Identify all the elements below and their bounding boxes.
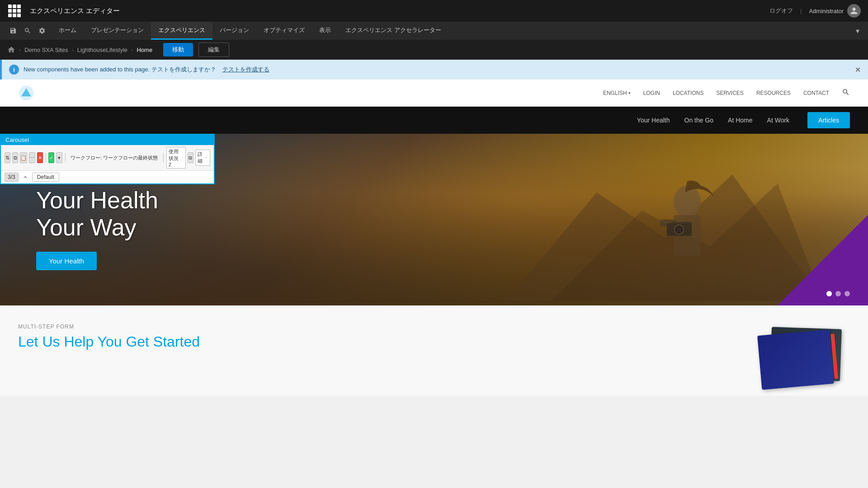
edit-button[interactable]: 編集 xyxy=(198,42,229,57)
search-icon[interactable] xyxy=(21,24,34,38)
ctrl-chevron-icon[interactable]: ▾ xyxy=(56,152,62,163)
hero-title: Your Health Your Way xyxy=(36,187,158,241)
nav-item-accelerator[interactable]: エクスペリエンス アクセラレーター xyxy=(338,22,448,40)
nav-bar: ホーム プレゼンテーション エクスペリエンス バージョン オプティマイズ 表示 … xyxy=(0,22,868,40)
nav-item-version[interactable]: バージョン xyxy=(212,22,256,40)
notebook-decoration xyxy=(714,324,850,396)
nav-locations[interactable]: LOCATIONS xyxy=(673,90,703,96)
notebook-front xyxy=(757,329,834,389)
details-dropdown[interactable]: 詳細 xyxy=(195,150,210,166)
carousel-default-btn[interactable]: Default xyxy=(32,173,59,182)
hero-triangle-decoration xyxy=(778,215,868,305)
ctrl-delete-icon[interactable]: ✕ xyxy=(37,152,43,163)
breadcrumb-lighthouse[interactable]: LighthouseLifestyle xyxy=(77,47,127,53)
nav-chevron-icon[interactable]: ▾ xyxy=(851,24,864,38)
banner-message: New components have been added to this p… xyxy=(24,66,216,74)
breadcrumb-home[interactable]: Home xyxy=(137,47,152,53)
nav-login[interactable]: LOGIN xyxy=(643,90,660,96)
nav-items: ホーム プレゼンテーション エクスペリエンス バージョン オプティマイズ 表示 … xyxy=(52,22,448,40)
articles-button[interactable]: Articles xyxy=(807,112,850,128)
ctrl-copy2-icon[interactable]: ⧉ xyxy=(188,152,193,163)
nav-at-home[interactable]: At Home xyxy=(728,117,752,124)
nav-on-the-go[interactable]: On the Go xyxy=(684,117,714,124)
banner-close-icon[interactable]: ✕ xyxy=(855,66,861,74)
breadcrumb-bar: › Demo SXA Sites › LighthouseLifestyle ›… xyxy=(0,40,868,60)
site-nav-links: ENGLISH ▾ LOGIN LOCATIONS SERVICES RESOU… xyxy=(603,88,850,98)
workflow-text: ワークフロー: ワークフローの最終状態 xyxy=(68,155,160,161)
hero-dot-1[interactable] xyxy=(826,291,832,296)
divider: | xyxy=(800,8,802,14)
nav-your-health[interactable]: Your Health xyxy=(637,117,670,124)
nav-item-experience[interactable]: エクスペリエンス xyxy=(151,22,212,40)
ctrl-paste-icon[interactable]: 📋 xyxy=(20,152,27,163)
ctrl-separator-1 xyxy=(46,153,46,162)
home-icon xyxy=(7,46,15,54)
carousel-arrow-icon xyxy=(22,174,28,180)
ctrl-separator-2 xyxy=(65,153,66,162)
banner-link[interactable]: テストを作成する xyxy=(222,66,269,74)
nav-resources[interactable]: RESOURCES xyxy=(756,90,791,96)
app-title: エクスペリエンス エディター xyxy=(30,7,120,15)
carousel-title-bar: Carousel xyxy=(1,135,214,145)
site-logo xyxy=(18,85,34,101)
site-nav: ENGLISH ▾ LOGIN LOCATIONS SERVICES RESOU… xyxy=(0,80,868,107)
top-bar: エクスペリエンス エディター ログオフ | Administrator xyxy=(0,0,868,22)
ctrl-separator-3 xyxy=(163,153,164,162)
admin-avatar xyxy=(847,4,861,18)
hero-dot-2[interactable] xyxy=(835,291,841,296)
move-button[interactable]: 移動 xyxy=(163,43,193,56)
svg-point-9 xyxy=(676,227,682,232)
carousel-container: Carousel ⇅ ⧉ 📋 ⋯ ✕ ✓ ▾ ワークフロー: ワークフローの最終… xyxy=(0,134,868,305)
info-banner: i New components have been added to this… xyxy=(0,60,868,80)
hero-dots xyxy=(826,291,850,296)
below-hero-section: Multi-Step Form Let Us Help You Get Star… xyxy=(0,305,868,396)
form-section: Multi-Step Form Let Us Help You Get Star… xyxy=(18,324,200,350)
carousel-num: 3/3 xyxy=(5,173,19,182)
ctrl-more-icon[interactable]: ⋯ xyxy=(29,152,35,163)
ctrl-check-icon[interactable]: ✓ xyxy=(48,152,54,163)
nav-english[interactable]: ENGLISH ▾ xyxy=(603,90,631,96)
nav-services[interactable]: SERVICES xyxy=(716,90,743,96)
save-icon[interactable] xyxy=(6,24,20,38)
nav-icons xyxy=(4,22,52,40)
ctrl-copy-icon[interactable]: ⧉ xyxy=(12,152,18,163)
nav-item-presentation[interactable]: プレゼンテーション xyxy=(84,22,151,40)
carousel-toolbar: Carousel ⇅ ⧉ 📋 ⋯ ✕ ✓ ▾ ワークフロー: ワークフローの最終… xyxy=(0,134,215,184)
nav-contact[interactable]: CONTACT xyxy=(803,90,829,96)
usage-dropdown[interactable]: 使用状況 2 xyxy=(166,147,186,169)
nav-item-view[interactable]: 表示 xyxy=(312,22,338,40)
carousel-title: Carousel xyxy=(5,136,29,143)
carousel-bottom: 3/3 Default xyxy=(1,171,214,183)
hero-dot-3[interactable] xyxy=(844,291,850,296)
top-bar-right: ログオフ | Administrator xyxy=(769,4,861,18)
nav-bar-right: ▾ xyxy=(851,22,864,40)
nav-at-work[interactable]: At Work xyxy=(767,117,790,124)
settings-icon[interactable] xyxy=(35,24,49,38)
carousel-controls: ⇅ ⧉ 📋 ⋯ ✕ ✓ ▾ ワークフロー: ワークフローの最終状態 使用状況 2… xyxy=(1,145,214,171)
hero-title-line2: Your Way xyxy=(36,214,137,240)
nav-item-optimize[interactable]: オプティマイズ xyxy=(256,22,312,40)
form-heading: Let Us Help You Get Started xyxy=(18,333,200,350)
hero-title-line1: Your Health xyxy=(36,187,158,213)
logout-link[interactable]: ログオフ xyxy=(769,7,793,15)
search-button[interactable] xyxy=(842,88,850,98)
secondary-nav: Your Health On the Go At Home At Work Ar… xyxy=(0,107,868,134)
hero-cta-button[interactable]: Your Health xyxy=(36,252,97,270)
ctrl-move-icon[interactable]: ⇅ xyxy=(5,152,10,163)
form-label: Multi-Step Form xyxy=(18,324,200,330)
breadcrumb-demo[interactable]: Demo SXA Sites xyxy=(24,47,68,53)
hero-content: Your Health Your Way Your Health xyxy=(0,187,194,271)
admin-label: Administrator xyxy=(809,8,844,14)
nav-item-home[interactable]: ホーム xyxy=(52,22,84,40)
app-grid-icon[interactable] xyxy=(7,4,22,18)
admin-area[interactable]: Administrator xyxy=(809,4,861,18)
info-icon: i xyxy=(9,65,19,75)
secondary-nav-links: Your Health On the Go At Home At Work Ar… xyxy=(637,112,850,128)
